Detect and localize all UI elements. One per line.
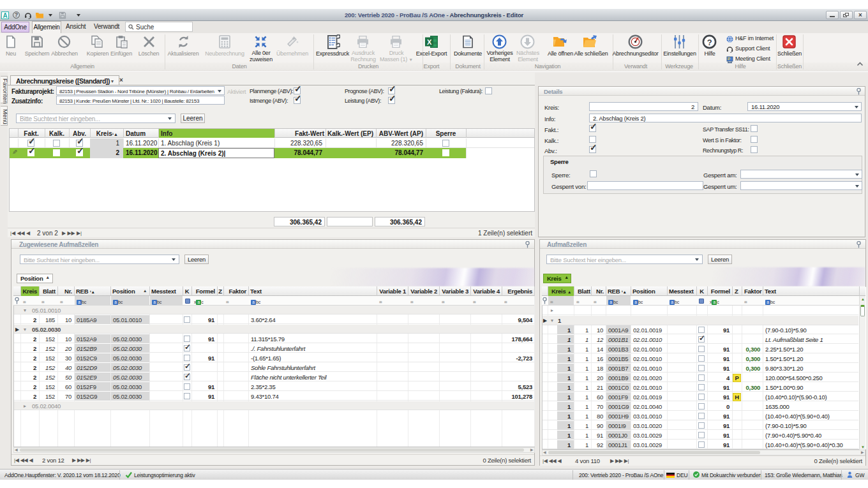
svg-text:?: ? (707, 38, 712, 47)
svg-text:X: X (427, 38, 432, 46)
